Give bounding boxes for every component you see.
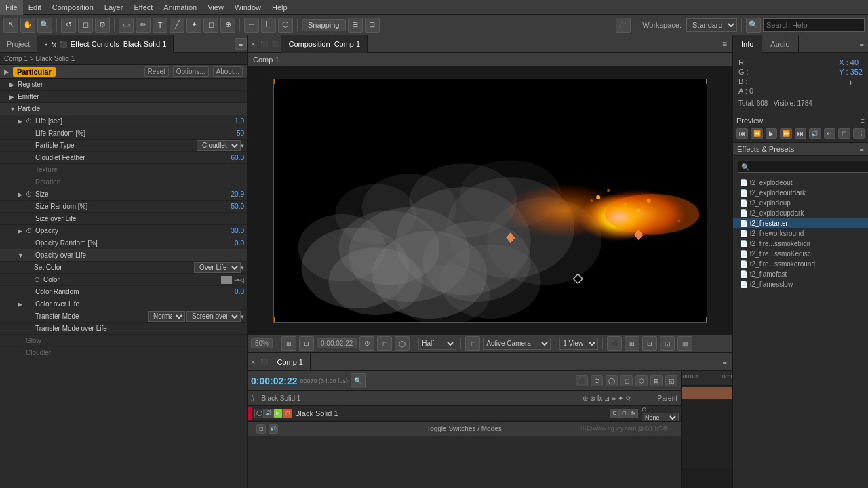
viewer-opt-5[interactable]: ◱ xyxy=(660,336,675,351)
eraser-tool[interactable]: ◻ xyxy=(203,18,218,33)
particle-type-arrow[interactable]: ▾ xyxy=(241,142,244,149)
hand-tool[interactable]: ✋ xyxy=(20,18,35,33)
composition-tab[interactable]: Composition Comp 1 xyxy=(281,35,368,53)
menu-composition[interactable]: Composition xyxy=(47,0,99,15)
color-gradient-icon[interactable]: ⊸◁ xyxy=(234,277,244,283)
effects-search-input[interactable] xyxy=(738,161,868,173)
emitter-row[interactable]: ▶ Emitter xyxy=(0,91,247,103)
transfer-mode-select-1[interactable]: Normal xyxy=(148,311,185,322)
resolution-select[interactable]: Half Full Quarter xyxy=(418,338,456,350)
search-help-input[interactable] xyxy=(763,18,865,32)
tl-render-btn[interactable]: ◻ xyxy=(256,424,266,434)
menu-view[interactable]: View xyxy=(202,0,229,15)
ec-close-icon[interactable]: × xyxy=(44,41,47,48)
menu-layer[interactable]: Layer xyxy=(99,0,129,15)
info-tab-btn[interactable]: Info xyxy=(733,35,762,53)
prev-full-btn[interactable]: ⛶ xyxy=(853,128,865,139)
prev-play-btn[interactable]: ▶ xyxy=(766,128,777,139)
effect-item-8[interactable]: 📄 t2_fire...ssmokeround xyxy=(733,259,868,269)
comp-close-btn[interactable]: × xyxy=(248,40,258,48)
ec-toggle-btn[interactable]: ▶ xyxy=(4,68,9,75)
panel-menu-btn[interactable]: ≡ xyxy=(235,38,247,50)
snapping-btn[interactable]: Snapping xyxy=(302,19,346,31)
rotate-tool[interactable]: ↺ xyxy=(61,18,76,33)
snap-toggle[interactable]: ⊡ xyxy=(365,18,380,33)
layer-lock-btn[interactable]: ◻ xyxy=(283,409,292,418)
brush-tool[interactable]: ╱ xyxy=(170,18,184,33)
tl-btn-1[interactable]: ⬛ xyxy=(576,375,588,386)
effect-item-9[interactable]: 📄 t2_flamefast xyxy=(733,269,868,279)
distribute-tool[interactable]: ⊢ xyxy=(261,18,276,33)
particle-type-select[interactable]: Cloudlet Sphere Sprite xyxy=(197,140,241,151)
layer-fx-btn[interactable]: fx xyxy=(629,409,638,418)
select-tool[interactable]: ↖ xyxy=(3,18,18,33)
transfer-mode-arrow[interactable]: ▾ xyxy=(241,313,244,320)
3d-tool[interactable]: ⬡ xyxy=(278,18,293,33)
search-icon[interactable]: 🔍 xyxy=(746,18,761,33)
view-options-btn[interactable]: ⊡ xyxy=(299,336,314,351)
menu-window[interactable]: Window xyxy=(229,0,267,15)
audio-tab-btn[interactable]: Audio xyxy=(762,35,798,53)
tl-btn-5[interactable]: ⬡ xyxy=(635,375,648,386)
prev-forward-btn[interactable]: ⏩ xyxy=(780,128,791,139)
camera-select[interactable]: Active Camera xyxy=(483,338,551,350)
effect-item-5[interactable]: 📄 t2_fireworksround xyxy=(733,228,868,239)
layer-switch-1[interactable]: ⊙ xyxy=(610,409,619,418)
prev-first-btn[interactable]: ⏮ xyxy=(736,128,748,139)
effects-menu-btn[interactable]: ≡ xyxy=(860,145,864,153)
menu-file[interactable]: File xyxy=(0,0,23,15)
set-color-arrow[interactable]: ▾ xyxy=(241,264,244,271)
about-btn[interactable]: About... xyxy=(213,66,243,77)
zoom-tool[interactable]: 🔍 xyxy=(37,18,52,33)
workspace-select[interactable]: Standard xyxy=(686,18,737,32)
timeline-track[interactable] xyxy=(682,386,732,468)
text-tool[interactable]: T xyxy=(153,18,167,33)
transfer-mode-over-life-row[interactable]: Transfer Mode over Life xyxy=(0,323,247,335)
snap-options[interactable]: ⊞ xyxy=(348,18,363,33)
effect-item-7[interactable]: 📄 t2_fire...ssmoKedisc xyxy=(733,249,868,259)
viewer-opt-1[interactable]: ◻ xyxy=(465,336,480,351)
viewer-opt-4[interactable]: ⊡ xyxy=(642,336,657,351)
menu-effect[interactable]: Effect xyxy=(128,0,158,15)
zoom-select-btn[interactable]: 50% xyxy=(251,338,273,348)
tl-btn-4[interactable]: ◻ xyxy=(620,375,633,386)
comp-menu-btn[interactable]: ≡ xyxy=(717,39,732,49)
size-over-life-row[interactable]: Size over Life xyxy=(0,213,247,225)
color-swatch[interactable] xyxy=(221,276,232,284)
time-btn-1[interactable]: ⏱ xyxy=(359,336,374,351)
toggle-switches-label[interactable]: Toggle Switches / Modes xyxy=(427,425,502,432)
register-expand[interactable]: ▶ xyxy=(9,81,18,88)
prev-last-btn[interactable]: ⏭ xyxy=(795,128,806,139)
layer-solo-btn[interactable]: ◯ xyxy=(254,409,264,418)
viewer-opt-2[interactable]: ⬛ xyxy=(607,336,622,351)
register-row[interactable]: ▶ Register xyxy=(0,79,247,91)
menu-animation[interactable]: Animation xyxy=(158,0,202,15)
comp-viewer[interactable] xyxy=(248,66,732,334)
menu-edit[interactable]: Edit xyxy=(23,0,47,15)
tl-menu-btn[interactable]: ≡ xyxy=(717,358,732,366)
effect-item-2[interactable]: 📄 t2_explodeup xyxy=(733,198,868,208)
effect-item-10[interactable]: 📄 t2_flamesslow xyxy=(733,279,868,289)
tl-btn-6[interactable]: ⊞ xyxy=(650,375,663,386)
menu-help[interactable]: Help xyxy=(267,0,293,15)
camera-orbit[interactable]: ◻ xyxy=(78,18,93,33)
layer-switch-2[interactable]: ◻ xyxy=(619,409,629,418)
tl-close-btn[interactable]: × xyxy=(248,358,258,366)
layer-audio-btn[interactable]: 🔊 xyxy=(264,409,273,418)
transfer-mode-select-2[interactable]: Screen over Li xyxy=(186,311,241,322)
time-btn-3[interactable]: ◯ xyxy=(395,336,410,351)
particle-expand[interactable]: ▼ xyxy=(9,106,18,113)
effect-item-1[interactable]: 📄 t2_explodeoutdark xyxy=(733,188,868,198)
prev-loop-btn[interactable]: ↩ xyxy=(824,128,835,139)
camera-btn[interactable]: 🎥 xyxy=(616,18,631,33)
effect-controls-tab[interactable]: × fx ⬛ Effect Controls Black Solid 1 xyxy=(37,35,174,53)
preview-menu-btn[interactable]: ≡ xyxy=(861,117,865,125)
opacity-over-life-row[interactable]: ▼ Opacity over Life xyxy=(0,249,247,262)
effect-item-3[interactable]: 📄 t2_explodeupdark xyxy=(733,208,868,218)
tl-audio-btn[interactable]: 🔊 xyxy=(269,424,278,434)
emitter-expand[interactable]: ▶ xyxy=(9,94,18,100)
life-expand[interactable]: ▶ xyxy=(18,118,26,125)
prev-options-btn[interactable]: ◻ xyxy=(838,128,850,139)
pen-tool[interactable]: ✏ xyxy=(136,18,151,33)
prev-audio-btn[interactable]: 🔊 xyxy=(809,128,821,139)
